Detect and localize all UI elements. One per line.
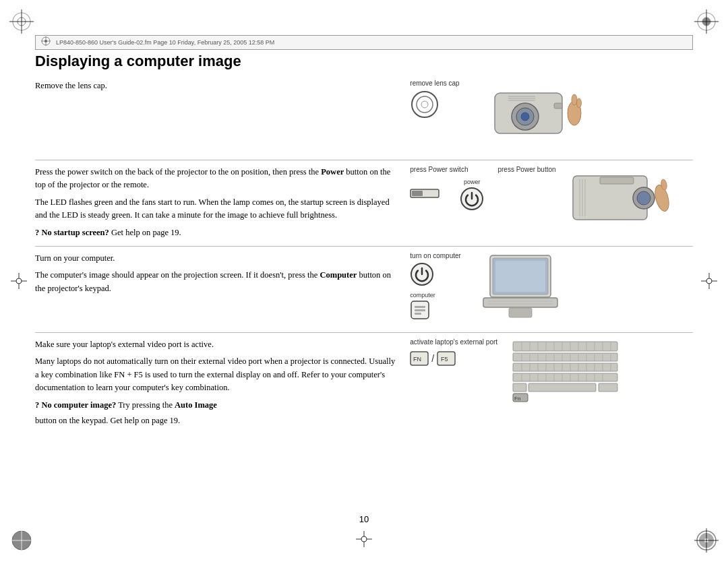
- section1-text: Remove the lens cap.: [35, 80, 396, 92]
- bottom-mid-cross: [356, 531, 372, 547]
- section-power: Press the power switch on the back of th…: [35, 160, 693, 247]
- section3-right: turn on computer computer: [410, 252, 693, 325]
- lens-cap-icon: [410, 90, 439, 119]
- header-strip: LP840-850-860 User's Guide-02.fm Page 10…: [35, 35, 693, 50]
- section4-tip1: ? No computer image? Try pressing the Au…: [35, 399, 396, 412]
- f5-key-icon: F5: [437, 351, 456, 366]
- power-switch-icon: [410, 187, 439, 202]
- computer-keypad-icon: [410, 300, 430, 320]
- section2-icons: press Power switch press Power button: [410, 166, 555, 211]
- svg-rect-109: [513, 373, 617, 381]
- svg-rect-65: [509, 308, 532, 317]
- section2-labels: press Power switch press Power button: [410, 166, 555, 176]
- section1-right: remove lens cap: [410, 80, 693, 153]
- key-separator: /: [431, 353, 434, 364]
- section4-text2: Many laptops do not automatically turn o…: [35, 355, 396, 394]
- page-title: Displaying a computer image: [35, 53, 693, 70]
- right-mid-cross: [701, 273, 717, 289]
- corner-tr: [694, 9, 719, 34]
- section3-text2: The computer's image should appear on th…: [35, 269, 396, 295]
- section-computer: Turn on your computer. The computer's im…: [35, 247, 693, 333]
- svg-point-23: [361, 536, 367, 542]
- svg-point-29: [417, 96, 433, 113]
- content-area: Displaying a computer image Remove the l…: [35, 53, 693, 527]
- projector-image-2: [566, 166, 671, 239]
- fn-keys-area: FN / F5: [410, 351, 456, 366]
- section1-icons: remove lens cap: [410, 80, 459, 119]
- svg-text:Fn: Fn: [514, 396, 520, 402]
- svg-rect-57: [415, 309, 425, 311]
- section3-left: Turn on your computer. The computer's im…: [35, 252, 410, 325]
- svg-point-47: [637, 191, 650, 205]
- section3-icons: turn on computer computer: [410, 252, 461, 320]
- svg-rect-83: [513, 353, 617, 361]
- svg-point-41: [576, 98, 581, 108]
- section-lens-cap: Remove the lens cap. remove lens cap: [35, 80, 693, 160]
- svg-rect-96: [513, 363, 617, 371]
- section4-icons: activate laptop's external port FN / F5: [410, 338, 497, 366]
- svg-point-34: [521, 113, 529, 121]
- svg-point-52: [653, 183, 671, 212]
- projector-image-1: [475, 80, 582, 153]
- svg-point-20: [706, 278, 712, 284]
- corner-tl: [9, 9, 34, 34]
- svg-rect-122: [528, 383, 596, 392]
- left-mid-cross: [11, 273, 27, 289]
- svg-rect-38: [554, 103, 562, 108]
- corner-bl: [9, 528, 34, 553]
- svg-point-28: [412, 92, 437, 117]
- svg-rect-61: [495, 261, 545, 292]
- svg-rect-123: [599, 383, 617, 392]
- laptop-image: [473, 252, 580, 325]
- svg-rect-70: [513, 342, 617, 351]
- section4-tip2: button on the keypad. Get help on page 1…: [35, 414, 396, 427]
- svg-rect-58: [415, 313, 421, 315]
- power-button-icon: [460, 187, 484, 211]
- section2-label1: press Power switch: [410, 166, 468, 173]
- header-icon: [41, 36, 51, 49]
- page-wrapper: LP840-850-860 User's Guide-02.fm Page 10…: [0, 0, 728, 562]
- keyboard-image: Fn: [510, 338, 621, 412]
- section4-left: Make sure your laptop's external video p…: [35, 338, 410, 427]
- svg-text:FN: FN: [413, 356, 421, 363]
- section2-label2: press Power button: [497, 166, 555, 173]
- section2-icons-row: power: [410, 179, 484, 211]
- computer-power-button-icon: [410, 262, 434, 286]
- section4-label: activate laptop's external port: [410, 338, 497, 346]
- svg-point-40: [572, 94, 577, 105]
- header-strip-text: LP840-850-860 User's Guide-02.fm Page 10…: [56, 39, 274, 46]
- svg-rect-121: [513, 383, 526, 392]
- svg-point-17: [16, 278, 22, 284]
- section2-text1: Press the power switch on the back of th…: [35, 166, 396, 192]
- section2-left: Press the power switch on the back of th…: [35, 166, 410, 239]
- section2-right: press Power switch press Power button: [410, 166, 693, 239]
- svg-rect-56: [415, 306, 425, 308]
- section4-right: activate laptop's external port FN / F5: [410, 338, 693, 427]
- svg-text:F5: F5: [441, 356, 448, 363]
- computer-label: computer: [410, 292, 435, 299]
- svg-rect-51: [600, 177, 634, 184]
- page-number: 10: [359, 514, 369, 524]
- section1-label: remove lens cap: [410, 80, 459, 87]
- svg-point-30: [421, 101, 428, 108]
- fn-key-icon: FN: [410, 351, 429, 366]
- section3-text1: Turn on your computer.: [35, 252, 396, 265]
- section-laptop-port: Make sure your laptop's external video p…: [35, 333, 693, 434]
- svg-rect-62: [483, 298, 557, 307]
- section4-text1: Make sure your laptop's external video p…: [35, 338, 396, 351]
- section2-text2: The LED flashes green and the fans start…: [35, 196, 396, 222]
- section2-tip: ? No startup screen? Get help on page 19…: [35, 226, 396, 239]
- power-label: power: [464, 179, 481, 185]
- power-button-area: power: [460, 179, 484, 211]
- section1-left: Remove the lens cap.: [35, 80, 410, 153]
- svg-rect-43: [412, 191, 423, 196]
- corner-br: [694, 528, 719, 553]
- section3-label: turn on computer: [410, 252, 461, 259]
